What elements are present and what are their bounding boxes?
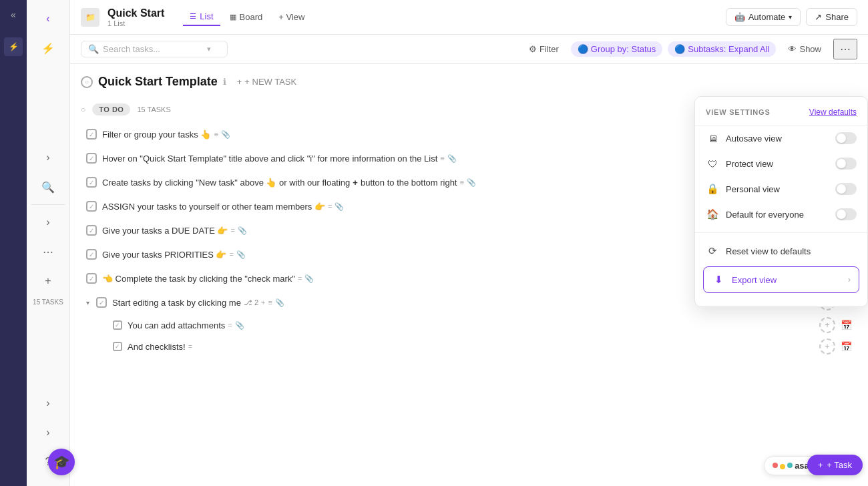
help-fab-button[interactable]: 🎓	[48, 449, 75, 475]
group-toggle[interactable]: ○	[81, 105, 85, 114]
task-checkbox-6[interactable]: ✓	[86, 249, 97, 260]
subtask-list: ✓ You can add attachments = 📎 + 📅	[107, 314, 857, 357]
nav-bolt-icon[interactable]: ⚡	[36, 36, 60, 60]
nav-plus-icon[interactable]: +	[36, 269, 60, 293]
header-title-block: Quick Start 1 List	[107, 7, 164, 27]
nav-chevron-down-4[interactable]: ›	[36, 421, 60, 445]
app-subtitle: 1 List	[107, 19, 164, 27]
search-input[interactable]	[103, 44, 203, 54]
subtask-assignee-add-1[interactable]: +	[819, 317, 835, 333]
app-title: Quick Start	[107, 7, 164, 19]
export-view-button[interactable]: ⬇ Export view ›	[703, 266, 859, 293]
search-box[interactable]: 🔍 ▾	[81, 41, 228, 57]
task-attach-icon-8[interactable]: 📎	[275, 298, 284, 307]
task-attach-icon-1[interactable]: 📎	[221, 130, 230, 139]
task-menu-icon-3[interactable]: ≡	[459, 178, 463, 186]
nav-chevron-left[interactable]: ‹	[36, 7, 60, 31]
task-checkbox-3[interactable]: ✓	[86, 177, 97, 188]
nav-search-icon[interactable]: 🔍	[36, 175, 60, 199]
subtask-checkbox-1[interactable]: ✓	[113, 320, 122, 330]
toolbar-right: ⚙ Filter 🔵 Group by: Status 🔵 Subtasks: …	[522, 39, 857, 59]
default-toggle[interactable]	[835, 208, 857, 220]
task-add-subtask-icon[interactable]: +	[261, 298, 265, 306]
task-attach-icon-5[interactable]: 📎	[238, 226, 247, 235]
task-fab-button[interactable]: + + Task	[807, 455, 863, 475]
task-checkbox-1[interactable]: ✓	[86, 129, 97, 140]
task-menu-icon-5[interactable]: =	[230, 226, 234, 234]
content-area: ○ Quick Start Template ℹ + + NEW TASK ○ …	[70, 64, 868, 486]
share-button[interactable]: ↗ Share	[806, 8, 857, 26]
board-tab-icon: ▦	[230, 13, 236, 21]
export-chevron-icon: ›	[848, 275, 851, 284]
asana-dot-teal	[787, 463, 793, 468]
template-info-icon[interactable]: ℹ	[223, 77, 226, 87]
subtask-icon: ⎇	[244, 298, 252, 307]
task-menu-icon-4[interactable]: =	[328, 202, 332, 210]
protect-view-setting[interactable]: 🛡 Protect view	[695, 151, 867, 176]
new-task-button[interactable]: + + NEW TASK	[232, 75, 302, 89]
task-attach-icon-6[interactable]: 📎	[236, 250, 246, 259]
task-menu-icon-8[interactable]: ≡	[268, 298, 272, 306]
subtask-date-icon-2[interactable]: 📅	[841, 341, 852, 352]
task-attach-icon-7[interactable]: 📎	[304, 274, 314, 283]
list-tab-icon: ☰	[190, 12, 196, 21]
personal-view-setting[interactable]: 🔒 Personal view	[695, 176, 867, 202]
template-title: Quick Start Template	[98, 75, 218, 89]
subtask-date-icon-1[interactable]: 📅	[841, 320, 852, 330]
automate-button[interactable]: 🤖 Automate ▾	[726, 8, 801, 26]
show-button[interactable]: 👁 Show	[781, 41, 828, 57]
task-expand-toggle-8[interactable]: ▾	[86, 299, 89, 306]
nav-chevron-down-3[interactable]: ›	[36, 391, 60, 415]
more-options-button[interactable]: ⋯	[833, 39, 857, 59]
sidebar-collapse-icon[interactable]: «	[4, 5, 23, 24]
task-menu-icon-6[interactable]: =	[230, 250, 234, 258]
group-by-button[interactable]: 🔵 Group by: Status	[571, 41, 663, 57]
new-task-icon: +	[237, 77, 242, 87]
group-by-label: Group by: Status	[591, 44, 656, 54]
filter-icon: ⚙	[529, 44, 537, 54]
task-checkbox-5[interactable]: ✓	[86, 225, 97, 236]
task-attach-icon-3[interactable]: 📎	[467, 178, 476, 187]
nav-chevron-down-1[interactable]: ›	[36, 146, 60, 170]
autosave-toggle[interactable]	[835, 132, 857, 144]
subtask-menu-icon-1[interactable]: =	[228, 321, 232, 329]
subtask-attach-icon-1[interactable]: 📎	[235, 321, 244, 330]
subtasks-label: Subtasks: Expand All	[688, 44, 769, 54]
task-menu-icon-1[interactable]: ≡	[214, 130, 218, 138]
protect-toggle[interactable]	[835, 158, 857, 170]
view-defaults-link[interactable]: View defaults	[809, 107, 857, 117]
tab-list[interactable]: ☰ List	[183, 8, 220, 26]
task-menu-icon-7[interactable]: =	[298, 274, 302, 282]
reset-view-button[interactable]: ⟳ Reset view to defaults	[695, 238, 867, 264]
subtask-assignee-add-2[interactable]: +	[819, 338, 835, 354]
task-checkbox-8[interactable]: ✓	[96, 297, 107, 308]
subtasks-button[interactable]: 🔵 Subtasks: Expand All	[668, 41, 776, 57]
list-tab-label: List	[200, 11, 213, 21]
nav-number-badge: 15 TASKS	[33, 298, 63, 306]
filter-label: Filter	[539, 44, 559, 54]
personal-toggle[interactable]	[835, 183, 857, 195]
tab-view[interactable]: + View	[272, 8, 311, 26]
task-menu-icon-2[interactable]: ≡	[440, 154, 444, 162]
tab-board[interactable]: ▦ Board	[223, 8, 270, 26]
subtask-menu-icon-2[interactable]: =	[188, 342, 192, 350]
nav-dots-icon[interactable]: ⋯	[36, 240, 60, 264]
sidebar-bolt-icon[interactable]: ⚡	[9, 42, 19, 51]
autosave-setting[interactable]: 🖥 Autosave view	[695, 126, 867, 151]
task-checkbox-2[interactable]: ✓	[86, 153, 97, 164]
view-settings-panel: VIEW SETTINGS View defaults 🖥 Autosave v…	[694, 96, 868, 307]
task-attach-icon-4[interactable]: 📎	[335, 202, 344, 211]
toolbar: 🔍 ▾ ⚙ Filter 🔵 Group by: Status 🔵 Subtas…	[70, 35, 868, 64]
subtask-checkbox-2[interactable]: ✓	[113, 342, 122, 351]
task-attach-icon-2[interactable]: 📎	[447, 154, 457, 163]
template-collapse-toggle[interactable]: ○	[81, 76, 93, 88]
task-checkbox-7[interactable]: ✓	[86, 273, 97, 284]
share-icon: ↗	[815, 12, 822, 22]
header-tabs: ☰ List ▦ Board + View	[183, 8, 311, 26]
nav-chevron-down-2[interactable]: ›	[36, 210, 60, 234]
default-everyone-setting[interactable]: 🏠 Default for everyone	[695, 202, 867, 227]
subtasks-icon: 🔵	[674, 44, 685, 54]
search-chevron-icon[interactable]: ▾	[207, 45, 211, 53]
filter-button[interactable]: ⚙ Filter	[522, 41, 566, 57]
task-checkbox-4[interactable]: ✓	[86, 201, 97, 212]
